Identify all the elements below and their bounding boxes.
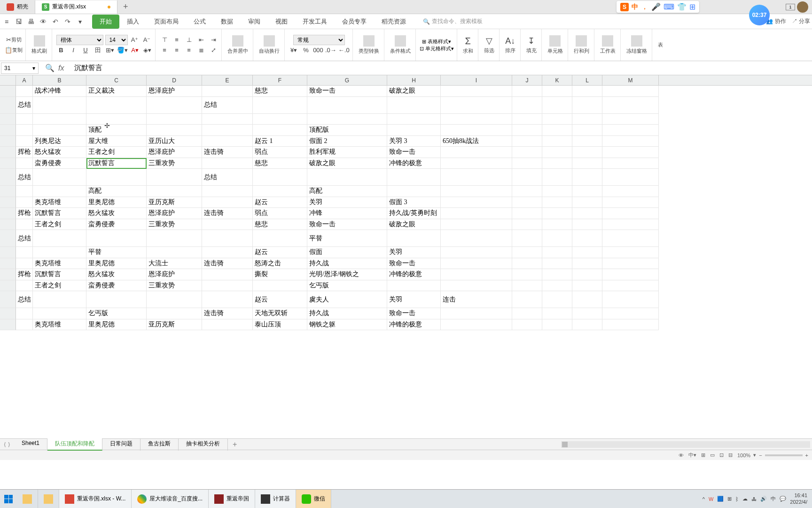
cell[interactable]: [33, 291, 86, 308]
rowcol-button[interactable]: 行和列: [572, 35, 591, 55]
cell[interactable]: [542, 125, 572, 136]
cell[interactable]: [16, 247, 33, 258]
cell[interactable]: [307, 169, 387, 186]
tab-home[interactable]: 开始: [92, 15, 119, 29]
size-select[interactable]: 14: [105, 35, 128, 45]
cell[interactable]: [202, 269, 253, 280]
cell[interactable]: 致命一击: [307, 219, 387, 230]
cell[interactable]: [441, 169, 512, 186]
scroll-thumb[interactable]: [562, 442, 568, 447]
cell[interactable]: [441, 230, 512, 247]
cell-button[interactable]: 单元格: [546, 35, 565, 55]
row-header[interactable]: [0, 280, 16, 292]
cell[interactable]: [512, 291, 542, 308]
cell[interactable]: [542, 97, 572, 114]
tray-app1-icon[interactable]: W: [709, 496, 713, 502]
cell[interactable]: 总结: [16, 169, 33, 186]
row-header[interactable]: [0, 258, 16, 270]
cell[interactable]: [602, 291, 659, 308]
lang-button[interactable]: 中▾: [688, 452, 696, 459]
cell[interactable]: [602, 208, 659, 219]
cell[interactable]: [542, 136, 572, 147]
dec-inc-button[interactable]: .0→: [325, 45, 336, 56]
cell[interactable]: [441, 319, 512, 331]
cell[interactable]: [512, 136, 542, 147]
cell[interactable]: 挥枪: [16, 269, 33, 280]
cell[interactable]: [572, 230, 602, 247]
zoom-in-button[interactable]: +: [805, 452, 808, 458]
cell[interactable]: [387, 97, 441, 114]
cell[interactable]: [602, 125, 659, 136]
cell[interactable]: [16, 136, 33, 147]
cell[interactable]: [202, 86, 253, 97]
tab-vip[interactable]: 会员专享: [335, 15, 374, 29]
cell[interactable]: 列奥尼达: [33, 136, 86, 147]
tab-formula[interactable]: 公式: [186, 15, 213, 29]
cell[interactable]: [441, 125, 512, 136]
cell[interactable]: 恩泽庇护: [147, 269, 202, 280]
condfmt-button[interactable]: 条件格式: [388, 35, 413, 55]
cell[interactable]: [602, 280, 659, 292]
timer-badge[interactable]: 02:37: [749, 5, 770, 25]
ime-bar[interactable]: S 中 ， 🎤 ⌨ 👕 ⊞: [617, 1, 699, 13]
col-B[interactable]: B: [33, 75, 86, 85]
cell[interactable]: [572, 308, 602, 319]
tray-network-icon[interactable]: 🖧: [751, 496, 757, 502]
cell[interactable]: 冲锋的极意: [387, 319, 441, 331]
cell[interactable]: 致命一击: [387, 308, 441, 319]
cell[interactable]: [572, 208, 602, 219]
task-game[interactable]: 重返帝国: [209, 490, 255, 508]
zoom-out-button[interactable]: −: [759, 452, 762, 458]
task-explorer[interactable]: [17, 490, 38, 508]
strike-button[interactable]: 田: [93, 45, 103, 56]
cell[interactable]: [16, 186, 33, 197]
grid[interactable]: A B C D E F G H I J K L M 战术冲锋正义裁决恩泽庇护慈悲…: [0, 75, 812, 438]
cell[interactable]: 大流士: [147, 258, 202, 270]
avatar-icon[interactable]: [797, 1, 808, 13]
cell[interactable]: [542, 169, 572, 186]
cell[interactable]: [202, 136, 253, 147]
cell[interactable]: [387, 280, 441, 292]
cell[interactable]: 战术冲锋: [33, 86, 86, 97]
cell[interactable]: [512, 219, 542, 230]
undo-icon[interactable]: ↶: [51, 17, 60, 26]
cell[interactable]: [602, 247, 659, 258]
row-header[interactable]: [0, 197, 16, 208]
cell[interactable]: [387, 169, 441, 186]
cell[interactable]: 怒火猛攻: [86, 269, 147, 280]
formula-input[interactable]: 沉默誓言: [70, 64, 812, 72]
cell[interactable]: [572, 258, 602, 270]
cell[interactable]: 正义裁决: [86, 86, 147, 97]
cut-button[interactable]: ✂剪切: [6, 35, 22, 45]
format-brush-button[interactable]: 格式刷: [30, 35, 49, 55]
cell[interactable]: [253, 280, 307, 292]
cell[interactable]: 连击骑: [202, 308, 253, 319]
cell[interactable]: [33, 308, 86, 319]
sheet-next-button[interactable]: ⟩: [8, 441, 10, 448]
tray-cloud-icon[interactable]: ☁: [742, 496, 748, 502]
cell[interactable]: [253, 169, 307, 186]
cell[interactable]: 恩泽庇护: [147, 147, 202, 158]
col-J[interactable]: J: [512, 75, 542, 85]
cell[interactable]: [602, 308, 659, 319]
cell[interactable]: [441, 308, 512, 319]
cell[interactable]: 赵云 1: [253, 136, 307, 147]
cell[interactable]: [16, 258, 33, 270]
cell[interactable]: [441, 208, 512, 219]
cell[interactable]: [602, 197, 659, 208]
cell[interactable]: [441, 280, 512, 292]
cell[interactable]: [542, 147, 572, 158]
cell[interactable]: [602, 136, 659, 147]
cell[interactable]: [253, 125, 307, 136]
align-center-button[interactable]: ≡: [172, 45, 182, 56]
cell[interactable]: [602, 114, 659, 125]
zoom-slider[interactable]: [765, 454, 803, 456]
cell[interactable]: [86, 114, 147, 125]
align-left-button[interactable]: ≡: [159, 45, 170, 56]
cell[interactable]: [542, 230, 572, 247]
cell[interactable]: [253, 186, 307, 197]
cell[interactable]: [147, 97, 202, 114]
cell[interactable]: [202, 114, 253, 125]
cell[interactable]: [512, 114, 542, 125]
cell[interactable]: [512, 319, 542, 331]
